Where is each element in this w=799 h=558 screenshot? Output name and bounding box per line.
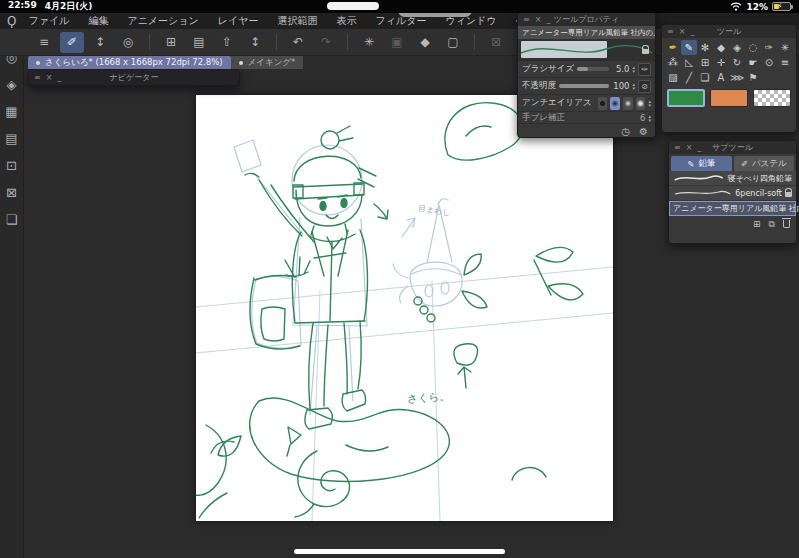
subtool-footer: ⊞ ⧉ [669,216,796,232]
timeline-palette-icon[interactable]: ▤ [5,132,17,145]
menu-view[interactable]: 表示 [337,14,357,28]
move-tool-icon[interactable]: ✛ [713,55,729,70]
antialias-middle-button[interactable] [623,97,633,110]
undo-icon[interactable]: ↶ [286,32,310,53]
main-menu-icon[interactable]: ≡ [32,32,56,53]
stepper-icon[interactable]: ▴▾ [648,114,651,122]
antialias-none-button[interactable] [598,97,608,110]
panel-menu-icon[interactable]: ≡ [34,73,41,82]
minimize-icon[interactable]: _ [690,27,694,36]
save-icon[interactable]: ⇧ [215,32,239,53]
brush-stroke-preview [518,39,655,60]
zoom-tool-icon[interactable]: ⊙ [761,55,777,70]
navigator-palette-icon[interactable]: ⊡ [6,159,17,172]
close-icon[interactable]: × [535,15,542,24]
eraser-tool-icon[interactable]: ◈ [729,40,745,55]
rotate-view-tool-icon[interactable]: ↻ [729,55,745,70]
balloon-tool-icon[interactable]: ❏ [697,70,713,85]
unsaved-dot-icon [239,61,243,65]
divider [276,34,277,50]
sub-color-swatch[interactable] [710,89,748,107]
close-icon[interactable]: × [686,143,693,152]
tab-sakurairo[interactable]: さくらいろ* (1668 x 1668px 72dpi 72.8%) [28,56,231,69]
size-dynamics-button[interactable]: ✑ [638,63,651,76]
panel-menu-icon[interactable]: ≡ [667,27,674,36]
menu-selection[interactable]: 選択範囲 [278,14,318,28]
opacity-slider[interactable] [559,84,609,88]
stepper-icon[interactable]: ▴▾ [648,99,651,107]
stream-line-tool-icon[interactable]: ⋙ [729,70,745,85]
subtool-tab-pencil[interactable]: ✎ 鉛筆 [671,156,732,171]
reset-rotation-icon[interactable]: ✳ [357,32,381,53]
tab-making[interactable]: メイキング* [231,56,304,69]
transparent-color-swatch[interactable] [753,89,791,107]
current-brush-name: アニメーター専用リアル風鉛筆 社内の人監修版 [518,26,655,39]
tool-property-footer: ◷ ⚙ [518,123,655,139]
date: 4月2日(火) [45,0,93,13]
minimize-icon[interactable]: _ [57,73,61,82]
panel-menu-icon[interactable]: ≡ [674,143,681,152]
frame-border-tool-icon[interactable]: ⊞ [697,55,713,70]
subtool-item-selected[interactable]: アニメーター専用リアル風鉛筆 社内の [669,201,796,216]
pencil-tool-icon[interactable]: ✎ [681,40,697,55]
clip-studio-home-icon[interactable]: ◎ [116,32,140,53]
subtool-item[interactable]: 6pencil-soft [669,186,796,201]
antialias-strong-button[interactable] [636,97,646,110]
fill-tool-icon[interactable]: ◆ [713,40,729,55]
menu-animation[interactable]: アニメーション [127,14,198,28]
auto-select-tool-icon[interactable]: ✳ [777,40,793,55]
material-palette-icon[interactable]: ▦ [5,105,17,118]
stepper-icon[interactable]: ▴▾ [632,82,635,90]
menu-layer[interactable]: レイヤー [218,14,259,28]
eyedropper-tool-icon[interactable]: ✑ [761,40,777,55]
reset-settings-icon[interactable]: ◷ [621,126,630,137]
text-tool-icon[interactable]: A [713,70,729,85]
gradient-tool-icon[interactable]: ▨ [665,70,681,85]
panel-menu-icon[interactable]: ≡ [523,15,530,24]
palette-toggle-icon[interactable]: ↕ [243,32,267,53]
open-file-icon[interactable]: ▤ [187,32,211,53]
opacity-dynamics-button[interactable]: ⊘ [638,80,651,93]
close-icon[interactable]: × [679,27,686,36]
subtool-tab-pastel[interactable]: ✐ パステル [734,156,795,171]
antialias-weak-button[interactable] [610,97,620,110]
figure-tool-icon[interactable]: ╱ [681,70,697,85]
delete-subtool-icon[interactable] [783,220,790,228]
lock-icon[interactable] [642,49,649,54]
fill-icon[interactable]: ◆ [413,32,437,53]
subtool-panel: ≡ × _ サブツール ✎ 鉛筆 ✐ パステル 寝そべり四角鉛筆 6pencil… [668,140,797,244]
decoration-tool-icon[interactable]: ✻ [697,40,713,55]
layer-palette-icon[interactable]: ◈ [7,78,17,91]
navigator-panel: ≡ × _ ナビゲーター [28,69,240,86]
drawing-canvas[interactable]: 目まわし さくら。 [196,95,613,521]
brush-size-slider[interactable] [577,67,609,71]
selection-tool-icon[interactable]: ◌ [745,40,761,55]
ruler-tool-icon[interactable]: ◺ [681,55,697,70]
menu-edit[interactable]: 編集 [88,14,108,28]
operation-tool-icon[interactable]: ✐ [60,32,84,53]
new-canvas-icon[interactable]: ⊞ [159,32,183,53]
close-icon[interactable]: × [46,73,53,82]
duplicate-subtool-icon[interactable]: ⧉ [769,219,775,230]
home-indicator[interactable] [294,549,505,554]
hand-tool-icon[interactable]: ☛ [745,55,761,70]
pen-tool-icon[interactable]: ✒ [665,40,681,55]
minimize-icon[interactable]: _ [697,143,701,152]
correct-line-tool-icon[interactable]: ⚑ [745,70,761,85]
airbrush-tool-icon[interactable]: ⁂ [665,55,681,70]
layer-property-icon[interactable]: ⊠ [6,186,17,199]
battery-percent: 12% [746,2,768,12]
add-subtool-icon[interactable]: ⊞ [753,219,761,229]
minimize-icon[interactable]: _ [546,15,550,24]
transform-icon[interactable]: ▢ [441,32,465,53]
detail-settings-icon[interactable]: ⚙ [639,126,648,137]
stroke-preview [673,188,732,198]
menu-file[interactable]: ファイル [28,14,69,28]
subtool-item[interactable]: 寝そべり四角鉛筆 [669,171,796,186]
main-color-swatch[interactable] [667,89,705,107]
tool-prev-next-icon[interactable]: ↕ [88,32,112,53]
tool-list-menu-icon[interactable]: ≡ [777,55,793,70]
clip-studio-logo-icon[interactable]: Ϙ [7,14,16,28]
layer-search-icon[interactable]: ❏ [6,213,18,226]
stepper-icon[interactable]: ▴▾ [632,65,635,73]
